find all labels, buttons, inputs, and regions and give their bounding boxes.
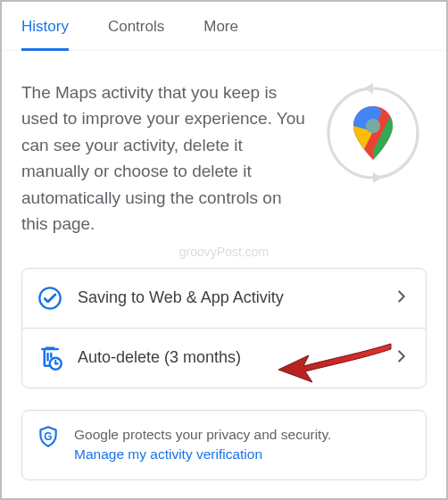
settings-card: Saving to Web & App Activity Auto-delete… <box>21 268 427 388</box>
privacy-info-card: G Google protects your privacy and secur… <box>21 410 427 480</box>
autodelete-label: Auto-delete (3 months) <box>78 348 377 367</box>
svg-point-2 <box>366 119 380 133</box>
tab-controls[interactable]: Controls <box>108 18 164 50</box>
saving-label: Saving to Web & App Activity <box>78 288 377 307</box>
google-shield-icon: G <box>37 425 62 450</box>
svg-text:G: G <box>44 429 52 442</box>
privacy-info-text: Google protects your privacy and securit… <box>74 425 331 465</box>
activity-description: The Maps activity that you keep is used … <box>21 79 309 238</box>
tab-more[interactable]: More <box>203 18 238 50</box>
checkmark-circle-icon <box>37 285 63 312</box>
svg-marker-1 <box>373 172 382 183</box>
saving-row[interactable]: Saving to Web & App Activity <box>22 269 426 328</box>
trash-clock-icon <box>37 345 63 371</box>
tabs-bar: History Controls More <box>2 2 446 51</box>
watermark-text: groovyPost.com <box>21 245 427 259</box>
manage-verification-link[interactable]: Manage my activity verification <box>74 446 262 462</box>
privacy-info-line: Google protects your privacy and securit… <box>74 427 331 442</box>
maps-refresh-illustration <box>319 79 427 187</box>
chevron-right-icon <box>392 346 411 370</box>
autodelete-row[interactable]: Auto-delete (3 months) <box>22 328 426 388</box>
tab-history[interactable]: History <box>21 18 69 51</box>
chevron-right-icon <box>392 287 411 310</box>
